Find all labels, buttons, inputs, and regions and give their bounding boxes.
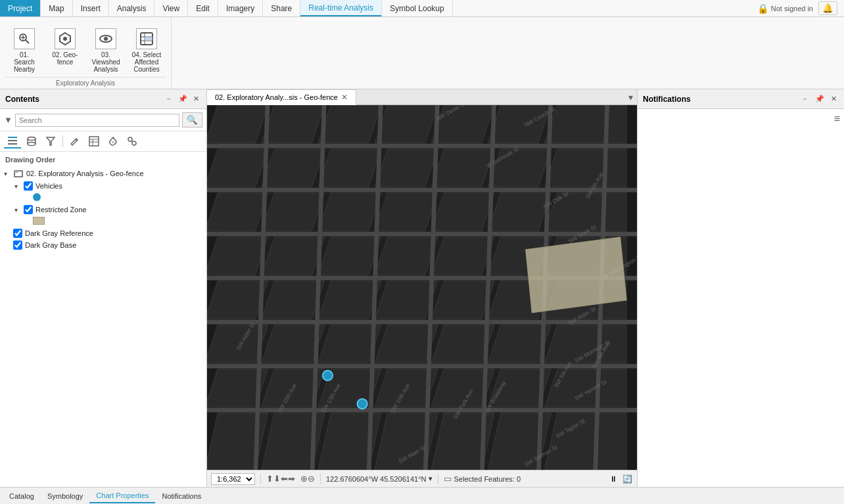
menu-tab-view[interactable]: View: [154, 0, 188, 16]
menu-tab-symbollookup[interactable]: Symbol Lookup: [382, 0, 453, 16]
root-layer-name: 02. Exploratory Analysis - Geo-fence: [26, 170, 144, 177]
menu-tab-project[interactable]: Project: [0, 0, 41, 16]
coordinates-label: 122.6760604°W 45.5206141°N: [326, 475, 427, 483]
notifications-controls: － 📌 ✕: [799, 93, 839, 104]
layer-row-root[interactable]: ▾ 02. Exploratory Analysis - Geo-fence: [0, 167, 206, 180]
notifications-header: Notifications － 📌 ✕: [638, 89, 844, 109]
table-tool-btn[interactable]: [85, 134, 103, 149]
svg-point-7: [104, 37, 108, 41]
layer-row-dark-base[interactable]: Dark Gray Base: [0, 239, 206, 251]
viewshed-label: 03. Viewshed Analysis: [90, 51, 122, 73]
vehicles-checkbox[interactable]: [24, 181, 33, 191]
notifications-tab[interactable]: Notifications: [155, 490, 208, 503]
paint-tool-btn[interactable]: [105, 134, 122, 149]
search-button[interactable]: 🔍: [182, 112, 202, 127]
edit-tool-btn[interactable]: [66, 134, 83, 149]
scale-selector[interactable]: 1:6,362: [211, 473, 255, 485]
ribbon-group-exploratory: 01. Search Nearby 02. Geo-fence: [0, 17, 172, 89]
sidebar-close-btn[interactable]: ✕: [191, 93, 201, 104]
svg-point-16: [28, 137, 35, 141]
search-nearby-label: 01. Search Nearby: [9, 51, 40, 73]
menu-tab-insert[interactable]: Insert: [73, 0, 109, 16]
sidebar-title: Contents: [5, 95, 39, 104]
map-tab-close-btn[interactable]: ✕: [341, 93, 348, 102]
coords-dropdown-icon[interactable]: ▾: [429, 474, 433, 483]
layer-row-restricted[interactable]: ▾ Restricted Zone: [0, 204, 206, 216]
layer-row-vehicles[interactable]: ▾ Vehicles: [0, 180, 206, 192]
darkbase-layer-name: Dark Gray Base: [25, 241, 76, 249]
status-features: ▭ Selected Features: 0: [444, 474, 521, 484]
pause-button[interactable]: ⏸: [607, 473, 619, 485]
vehicles-layer-name: Vehicles: [35, 182, 62, 190]
svg-rect-14: [8, 140, 17, 141]
select-counties-icon: [136, 28, 157, 49]
list-view-btn[interactable]: [4, 134, 21, 149]
zoom-icon: ⊕⊖: [300, 474, 315, 484]
svg-point-5: [63, 37, 67, 41]
menu-tab-share[interactable]: Share: [263, 0, 300, 16]
menu-tab-edit[interactable]: Edit: [188, 0, 218, 16]
svg-rect-15: [8, 143, 17, 145]
notif-close-btn[interactable]: ✕: [829, 93, 839, 104]
status-coordinates: 122.6760604°W 45.5206141°N ▾: [326, 474, 433, 483]
analysis-tool-btn[interactable]: [124, 134, 141, 149]
symbology-tab[interactable]: Symbology: [41, 490, 89, 503]
svg-marker-38: [545, 105, 626, 143]
search-nearby-icon: [14, 28, 35, 49]
svg-rect-13: [8, 137, 17, 138]
map-area: 02. Exploratory Analy...sis - Geo-fence …: [207, 89, 637, 487]
select-counties-label: 04. Select Affected Counties: [131, 51, 162, 73]
filter-view-btn[interactable]: [42, 134, 59, 149]
expand-restricted-icon: ▾: [14, 206, 24, 214]
search-input[interactable]: [15, 114, 179, 127]
map-tabs: 02. Exploratory Analy...sis - Geo-fence …: [207, 89, 637, 105]
viewshed-icon: [95, 28, 116, 49]
svg-rect-30: [14, 171, 18, 173]
main-area: Contents － 📌 ✕ ▼ 🔍: [0, 89, 844, 487]
chart-properties-tab[interactable]: Chart Properties: [89, 489, 155, 503]
map-tab-geofence[interactable]: 02. Exploratory Analy...sis - Geo-fence …: [207, 89, 356, 105]
refresh-button[interactable]: 🔄: [621, 473, 633, 485]
selected-features-label: Selected Features: 0: [454, 475, 521, 483]
ribbon-buttons: 01. Search Nearby 02. Geo-fence: [5, 21, 166, 77]
status-scale: 1:6,362: [211, 473, 255, 485]
ribbon-btn-geofence[interactable]: 02. Geo-fence: [46, 25, 84, 69]
search-bar: ▼ 🔍: [0, 109, 206, 131]
ribbon-btn-select-counties[interactable]: 04. Select Affected Counties: [128, 25, 166, 76]
bell-button[interactable]: 🔔: [818, 1, 837, 15]
sidebar-pin-btn[interactable]: 📌: [176, 93, 189, 104]
menu-tab-realtime[interactable]: Real-time Analysis: [300, 0, 382, 16]
menu-tab-map[interactable]: Map: [41, 0, 72, 16]
restricted-layer-name: Restricted Zone: [35, 206, 87, 214]
notifications-menu-icon[interactable]: ≡: [834, 113, 840, 125]
catalog-tab[interactable]: Catalog: [3, 490, 41, 503]
expand-root-icon: ▾: [4, 170, 13, 177]
map-canvas[interactable]: NW Davis St NW Couch St W Burnside St SW…: [207, 105, 637, 470]
geofence-label: 02. Geo-fence: [49, 51, 81, 66]
ribbon: 01. Search Nearby 02. Geo-fence: [0, 17, 844, 89]
cylinder-view-btn[interactable]: [23, 134, 40, 149]
svg-marker-20: [47, 137, 55, 145]
restricted-checkbox[interactable]: [24, 205, 33, 214]
notif-minimize-btn[interactable]: －: [799, 93, 810, 104]
status-divider-1: [260, 474, 261, 484]
sidebar-minimize-btn[interactable]: －: [163, 93, 174, 104]
ribbon-btn-search-nearby[interactable]: 01. Search Nearby: [5, 25, 43, 76]
darkref-checkbox[interactable]: [13, 229, 22, 238]
restricted-zone-polygon: [526, 237, 626, 313]
layer-row-dark-ref[interactable]: Dark Gray Reference: [0, 227, 206, 239]
ribbon-btn-viewshed[interactable]: 03. Viewshed Analysis: [87, 25, 125, 76]
map-status-bar: 1:6,362 ⬆⬇⬅➡ ⊕⊖ 122.6760604°W 45.5206141…: [207, 470, 637, 487]
status-divider-3: [438, 474, 438, 484]
menu-tab-analysis[interactable]: Analysis: [109, 0, 155, 16]
notif-pin-btn[interactable]: 📌: [813, 93, 826, 104]
menu-bar: Project Map Insert Analysis View Edit Im…: [0, 0, 844, 17]
geofence-icon: [55, 28, 76, 49]
exploratory-analysis-label: Exploratory Analysis: [5, 77, 166, 89]
vehicle-dot-1: [323, 371, 333, 380]
darkbase-checkbox[interactable]: [13, 241, 22, 250]
menu-tab-imagery[interactable]: Imagery: [218, 0, 263, 16]
svg-rect-12: [145, 37, 152, 41]
bottom-tabs: Catalog Symbology Chart Properties Notif…: [0, 487, 844, 504]
map-tab-dropdown[interactable]: ▾: [624, 92, 637, 103]
